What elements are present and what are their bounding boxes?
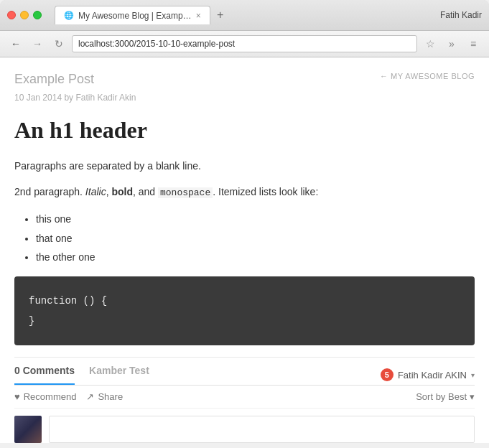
blog-link[interactable]: MY AWESOME BLOG: [380, 72, 475, 80]
tab-icon: 🌐: [64, 11, 74, 20]
comments-tabs: 0 Comments Kamber Test 5 Fatih Kadir AKI…: [14, 358, 475, 386]
para2-bold: bold: [111, 186, 133, 197]
title-bar: 🌐 My Awesome Blog | Examp… × + Fatih Kad…: [0, 0, 489, 31]
para2-italic: Italic: [85, 186, 106, 197]
forward-button[interactable]: →: [29, 35, 46, 52]
traffic-lights: [7, 11, 42, 19]
sort-button[interactable]: Sort by Best ▾: [416, 391, 475, 402]
tab-title: My Awesome Blog | Examp…: [78, 11, 192, 21]
tab-kamber[interactable]: Kamber Test: [89, 365, 149, 385]
tab-bar: 🌐 My Awesome Blog | Examp… × +: [55, 6, 434, 24]
sort-chevron-icon: ▾: [470, 391, 475, 402]
share-icon: ↗: [86, 391, 94, 402]
recommend-button[interactable]: ♥ Recommend: [14, 391, 76, 402]
post-meta: 10 Jan 2014 by Fatih Kadir Akin: [14, 93, 475, 103]
comment-input-area: [14, 409, 475, 443]
comment-input[interactable]: [49, 416, 475, 443]
page-content: Example Post MY AWESOME BLOG 10 Jan 2014…: [0, 57, 489, 443]
tab-close-button[interactable]: ×: [196, 11, 201, 21]
post-body: An h1 header Paragraphs are separated by…: [14, 117, 475, 345]
share-label: Share: [98, 391, 123, 402]
maximize-window-button[interactable]: [33, 11, 42, 19]
sort-label: Sort by Best: [416, 391, 467, 402]
post-h1: An h1 header: [14, 117, 475, 144]
refresh-button[interactable]: ↻: [50, 35, 67, 52]
user-login[interactable]: 5 Fatih Kadir AKIN ▾: [381, 368, 475, 381]
list-item: this one: [36, 211, 475, 227]
para2-end: . Itemized lists look like:: [213, 186, 318, 197]
code-line-1: function () {: [29, 291, 460, 311]
bookmark-button[interactable]: ☆: [422, 35, 439, 52]
comments-actions: ♥ Recommend ↗ Share Sort by Best ▾: [14, 386, 475, 409]
user-profile: Fatih Kadir: [440, 10, 482, 20]
user-notification-badge: 5: [381, 368, 393, 381]
close-window-button[interactable]: [7, 11, 16, 19]
browser-window: 🌐 My Awesome Blog | Examp… × + Fatih Kad…: [0, 0, 489, 443]
code-line-2: }: [29, 311, 460, 331]
para2-code: monospace: [158, 187, 213, 198]
extensions-button[interactable]: »: [443, 35, 460, 52]
user-dropdown-icon: ▾: [471, 371, 475, 379]
nav-bar: ← → ↻ localhost:3000/2015-10-10-example-…: [0, 31, 489, 57]
new-tab-button[interactable]: +: [213, 8, 228, 22]
avatar-image: [14, 416, 42, 443]
post-header: Example Post MY AWESOME BLOG: [14, 72, 475, 87]
recommend-label: Recommend: [24, 391, 77, 402]
comments-section: 0 Comments Kamber Test 5 Fatih Kadir AKI…: [14, 357, 475, 443]
share-button[interactable]: ↗ Share: [86, 391, 123, 402]
minimize-window-button[interactable]: [20, 11, 29, 19]
post-title: Example Post: [14, 72, 94, 87]
address-text: localhost:3000/2015-10-10-example-post: [78, 39, 235, 49]
menu-button[interactable]: ≡: [465, 35, 482, 52]
heart-icon: ♥: [14, 391, 20, 402]
list-item: that one: [36, 230, 475, 246]
paragraph-1: Paragraphs are separated by a blank line…: [14, 158, 475, 174]
avatar: [14, 416, 42, 443]
browser-tab[interactable]: 🌐 My Awesome Blog | Examp… ×: [55, 6, 210, 24]
back-button[interactable]: ←: [7, 35, 24, 52]
bullet-list: this one that one the other one: [36, 211, 475, 265]
para2-start: 2nd paragraph.: [14, 186, 85, 197]
logged-in-user: Fatih Kadir AKIN: [398, 370, 467, 381]
tab-comments[interactable]: 0 Comments: [14, 365, 75, 385]
paragraph-2: 2nd paragraph. Italic, bold, and monospa…: [14, 184, 475, 201]
address-bar[interactable]: localhost:3000/2015-10-10-example-post: [72, 35, 417, 52]
list-item: the other one: [36, 249, 475, 265]
code-block: function () { }: [14, 276, 475, 345]
